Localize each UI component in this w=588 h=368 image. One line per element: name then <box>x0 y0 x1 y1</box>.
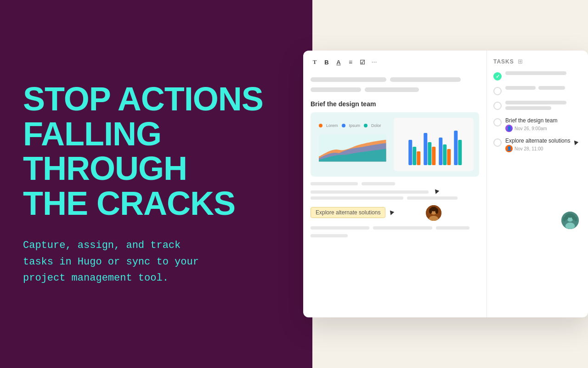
toolbar: T B A ≡ ☑ ··· <box>311 58 479 70</box>
svg-rect-5 <box>428 142 431 165</box>
task-item-3 <box>493 101 582 112</box>
task-checkbox-2[interactable] <box>493 87 502 95</box>
content-lines <box>311 182 479 202</box>
svg-point-16 <box>429 208 432 214</box>
svg-point-24 <box>563 217 566 221</box>
task-avatar-5: 👤 <box>505 145 513 152</box>
underline-icon[interactable]: A <box>334 58 343 66</box>
task-label-5: Explore alternate solutions <box>505 138 582 144</box>
svg-rect-7 <box>439 138 442 165</box>
task-checkbox-1[interactable] <box>493 72 502 80</box>
task-item-1 <box>493 71 582 80</box>
hero-subtitle: Capture, assign, and tracktasks in Hugo … <box>23 237 289 286</box>
task-meta-5: 👤 Nov 28, 11:00 <box>505 145 582 152</box>
svg-rect-2 <box>413 147 416 165</box>
left-panel: STOP ACTIONS FALLING THROUGH THE CRACKS … <box>0 0 312 368</box>
svg-rect-10 <box>454 131 458 165</box>
charts-container: Lorem Ipsum Dolor <box>311 112 479 177</box>
task-item-2 <box>493 86 582 95</box>
task-avatar-4: 👤 <box>505 125 513 132</box>
checkbox-icon[interactable]: ☑ <box>358 58 367 66</box>
svg-point-14 <box>429 216 438 222</box>
svg-point-17 <box>435 208 439 214</box>
floating-avatar-dark <box>425 204 442 222</box>
line-chart-svg <box>319 130 386 167</box>
task-meta-4: 👤 Nov 26, 9:00am <box>505 125 582 132</box>
avatar-face-teal <box>561 211 579 230</box>
cursor-arrow-1 <box>434 190 439 195</box>
svg-rect-9 <box>447 149 451 165</box>
tasks-sidebar: TASKS ⊞ <box>487 51 588 317</box>
svg-point-20 <box>565 223 575 230</box>
bar-chart-svg <box>397 121 470 167</box>
grid-icon: ⊞ <box>518 58 523 65</box>
task-text-3 <box>505 101 582 112</box>
task-text-4: Brief the design team 👤 Nov 26, 9:00am <box>505 117 582 132</box>
hero-title: STOP ACTIONS FALLING THROUGH THE CRACKS <box>23 82 289 221</box>
svg-rect-11 <box>458 140 462 165</box>
task-item-5: Explore alternate solutions 👤 Nov 28, 11… <box>493 138 582 152</box>
main-content: T B A ≡ ☑ ··· Brief the design team <box>303 51 487 317</box>
task-tag-row: Explore alternate solutions <box>311 204 479 222</box>
svg-rect-8 <box>443 144 447 165</box>
chart-legend: Lorem Ipsum Dolor <box>319 123 386 128</box>
more-icon[interactable]: ··· <box>370 58 379 66</box>
line-chart: Lorem Ipsum Dolor <box>316 118 389 171</box>
tasks-title: TASKS <box>493 58 514 65</box>
app-window: T B A ≡ ☑ ··· Brief the design team <box>303 51 588 317</box>
svg-rect-3 <box>417 151 420 165</box>
bottom-lines-2 <box>311 226 479 240</box>
avatar-face-1 <box>426 204 441 222</box>
task-checkbox-3[interactable] <box>493 102 502 110</box>
task-checkbox-4[interactable] <box>493 118 502 126</box>
task-text-2 <box>505 86 582 92</box>
list-icon[interactable]: ≡ <box>346 58 355 66</box>
right-panel: T B A ≡ ☑ ··· Brief the design team <box>312 0 588 368</box>
section-title: Brief the design team <box>311 100 479 108</box>
task-item-4: Brief the design team 👤 Nov 26, 9:00am <box>493 117 582 132</box>
task-label-4: Brief the design team <box>505 117 582 124</box>
task-text-5: Explore alternate solutions 👤 Nov 28, 11… <box>505 138 582 152</box>
floating-avatar-teal <box>560 211 580 230</box>
bold-icon[interactable]: B <box>322 58 331 66</box>
svg-point-25 <box>575 217 577 221</box>
svg-rect-1 <box>408 140 412 165</box>
text-icon[interactable]: T <box>311 58 319 66</box>
svg-rect-6 <box>432 147 435 165</box>
cursor-arrow-2 <box>389 210 394 216</box>
svg-rect-4 <box>424 133 427 165</box>
placeholder-top <box>311 77 479 95</box>
tasks-header: TASKS ⊞ <box>493 58 582 65</box>
task-text-1 <box>505 71 582 77</box>
task-tag: Explore alternate solutions <box>311 207 385 218</box>
task-checkbox-5[interactable] <box>493 138 502 147</box>
bar-chart <box>394 118 474 171</box>
